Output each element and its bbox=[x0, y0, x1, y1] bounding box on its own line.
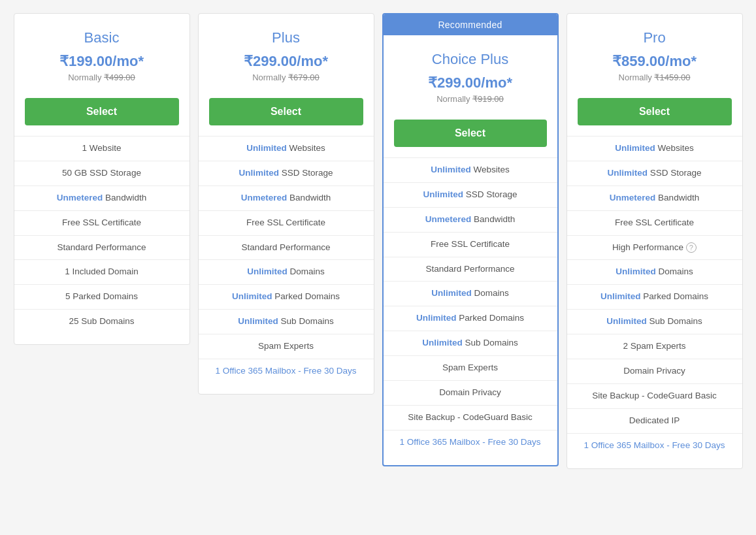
feature-link[interactable]: 1 Office 365 Mailbox - Free 30 Days bbox=[584, 440, 725, 450]
feature-highlight: Unlimited bbox=[616, 267, 656, 276]
plan-name-plus: Plus bbox=[209, 29, 363, 46]
feature-item: 2 Spam Experts bbox=[567, 334, 742, 359]
feature-item: 1 Office 365 Mailbox - Free 30 Days bbox=[567, 433, 742, 458]
recommended-badge: Recommended bbox=[384, 14, 557, 35]
feature-item: 1 Included Domain bbox=[14, 259, 189, 284]
plan-normal-price-basic: Normally ₹499.00 bbox=[25, 73, 179, 82]
feature-highlight: Unlimited bbox=[238, 316, 278, 326]
feature-item: Unlimited Websites bbox=[567, 136, 742, 161]
plan-normal-price-pro: Normally ₹1459.00 bbox=[578, 73, 732, 82]
feature-highlight: Unlimited bbox=[423, 189, 463, 199]
feature-item: 1 Office 365 Mailbox - Free 30 Days bbox=[384, 430, 557, 455]
plan-price-choice-plus: ₹299.00/mo* bbox=[394, 74, 547, 91]
feature-list-choice-plus: Unlimited WebsitesUnlimited SSD StorageU… bbox=[384, 157, 557, 455]
feature-item: 25 Sub Domains bbox=[14, 309, 189, 334]
feature-text: Site Backup - CodeGuard Basic bbox=[592, 391, 717, 400]
feature-text: Dedicated IP bbox=[629, 415, 680, 425]
plan-card-pro: Pro ₹859.00/mo* Normally ₹1459.00 Select… bbox=[567, 13, 743, 469]
feature-item: Unlimited Domains bbox=[199, 259, 374, 284]
feature-text: High Performance bbox=[612, 242, 683, 252]
feature-text: Standard Performance bbox=[58, 242, 146, 252]
feature-item: Domain Privacy bbox=[384, 380, 557, 405]
feature-highlight: Unlimited bbox=[600, 291, 641, 301]
pricing-container: Basic ₹199.00/mo* Normally ₹499.00 Selec… bbox=[7, 13, 749, 469]
feature-text: Site Backup - CodeGuard Basic bbox=[408, 412, 533, 422]
feature-item: Unlimited Domains bbox=[384, 281, 557, 306]
feature-text: 5 Parked Domains bbox=[65, 291, 138, 301]
plan-header-plus: Plus ₹299.00/mo* Normally ₹679.00 bbox=[199, 14, 374, 98]
feature-text: Spam Experts bbox=[258, 341, 314, 351]
feature-highlight: Unmetered bbox=[610, 193, 656, 203]
feature-item: Standard Performance bbox=[14, 235, 189, 260]
feature-text: 25 Sub Domains bbox=[69, 316, 135, 326]
feature-item: Standard Performance bbox=[384, 257, 557, 282]
feature-link[interactable]: 1 Office 365 Mailbox - Free 30 Days bbox=[400, 437, 541, 447]
feature-highlight: Unmetered bbox=[425, 214, 472, 224]
plan-header-choice-plus: Choice Plus ₹299.00/mo* Normally ₹919.00 bbox=[384, 35, 557, 120]
select-button-pro[interactable]: Select bbox=[578, 98, 732, 125]
plan-card-choice-plus: Recommended Choice Plus ₹299.00/mo* Norm… bbox=[382, 13, 559, 466]
feature-list-basic: 1 Website50 GB SSD StorageUnmetered Band… bbox=[14, 136, 189, 334]
feature-list-pro: Unlimited WebsitesUnlimited SSD StorageU… bbox=[567, 136, 742, 458]
feature-item: Unlimited Parked Domains bbox=[199, 284, 374, 309]
feature-highlight: Unlimited bbox=[422, 338, 463, 348]
feature-item: 5 Parked Domains bbox=[14, 284, 189, 309]
feature-item: Unlimited SSD Storage bbox=[199, 161, 374, 186]
feature-text: Spam Experts bbox=[442, 363, 498, 372]
feature-text: Free SSL Certificate bbox=[62, 218, 141, 227]
feature-highlight: Unlimited bbox=[232, 291, 272, 301]
feature-highlight: Unlimited bbox=[607, 168, 648, 178]
feature-text: 50 GB SSD Storage bbox=[62, 168, 141, 178]
feature-item: Domain Privacy bbox=[567, 359, 742, 383]
feature-item: Unlimited Parked Domains bbox=[384, 306, 557, 331]
feature-text: Domain Privacy bbox=[439, 387, 501, 397]
select-button-choice-plus[interactable]: Select bbox=[394, 120, 547, 147]
feature-item: Site Backup - CodeGuard Basic bbox=[567, 383, 742, 408]
feature-item: 1 Website bbox=[14, 136, 189, 161]
plan-card-basic: Basic ₹199.00/mo* Normally ₹499.00 Selec… bbox=[14, 13, 190, 345]
feature-item: Free SSL Certificate bbox=[14, 210, 189, 235]
feature-link[interactable]: 1 Office 365 Mailbox - Free 30 Days bbox=[216, 366, 357, 376]
plan-normal-price-plus: Normally ₹679.00 bbox=[209, 73, 363, 82]
feature-highlight: Unmetered bbox=[241, 193, 288, 203]
select-button-basic[interactable]: Select bbox=[25, 98, 179, 125]
feature-highlight: Unlimited bbox=[615, 143, 655, 153]
feature-item: Free SSL Certificate bbox=[384, 232, 557, 257]
plan-name-choice-plus: Choice Plus bbox=[394, 51, 547, 68]
feature-item: Unmetered Bandwidth bbox=[567, 186, 742, 210]
feature-highlight: Unlimited bbox=[416, 313, 457, 323]
feature-item: Spam Experts bbox=[199, 334, 374, 359]
feature-highlight: Unlimited bbox=[431, 288, 472, 298]
feature-text: Free SSL Certificate bbox=[431, 239, 510, 249]
feature-text: Free SSL Certificate bbox=[246, 218, 325, 227]
plan-price-basic: ₹199.00/mo* bbox=[25, 53, 179, 70]
info-icon[interactable]: ? bbox=[686, 242, 697, 253]
feature-highlight: Unlimited bbox=[247, 267, 288, 276]
feature-item: Unlimited Sub Domains bbox=[199, 309, 374, 334]
plan-normal-price-choice-plus: Normally ₹919.00 bbox=[394, 94, 547, 104]
feature-item: Standard Performance bbox=[199, 235, 374, 260]
plan-name-pro: Pro bbox=[578, 29, 732, 46]
feature-item: Unmetered Bandwidth bbox=[14, 186, 189, 210]
feature-item: Unmetered Bandwidth bbox=[384, 207, 557, 232]
feature-text: Domain Privacy bbox=[623, 366, 685, 376]
feature-text: 1 Included Domain bbox=[65, 267, 139, 276]
feature-item: 50 GB SSD Storage bbox=[14, 161, 189, 186]
feature-item: Unlimited Sub Domains bbox=[384, 331, 557, 355]
feature-item: Unlimited Domains bbox=[567, 259, 742, 284]
feature-highlight: Unlimited bbox=[606, 316, 647, 326]
feature-text: 2 Spam Experts bbox=[623, 341, 685, 351]
feature-text: Standard Performance bbox=[426, 264, 515, 274]
plan-name-basic: Basic bbox=[25, 29, 179, 46]
feature-item: Site Backup - CodeGuard Basic bbox=[384, 405, 557, 430]
feature-item: Unlimited Websites bbox=[199, 136, 374, 161]
feature-highlight: Unlimited bbox=[238, 168, 279, 178]
plan-card-plus: Plus ₹299.00/mo* Normally ₹679.00 Select… bbox=[198, 13, 374, 395]
select-button-plus[interactable]: Select bbox=[209, 98, 363, 125]
feature-highlight: Unmetered bbox=[57, 193, 103, 203]
feature-text: 1 Website bbox=[82, 143, 122, 153]
plan-price-plus: ₹299.00/mo* bbox=[209, 53, 363, 70]
feature-item: Unlimited Sub Domains bbox=[567, 309, 742, 334]
feature-highlight: Unlimited bbox=[246, 143, 287, 153]
feature-item: 1 Office 365 Mailbox - Free 30 Days bbox=[199, 359, 374, 383]
